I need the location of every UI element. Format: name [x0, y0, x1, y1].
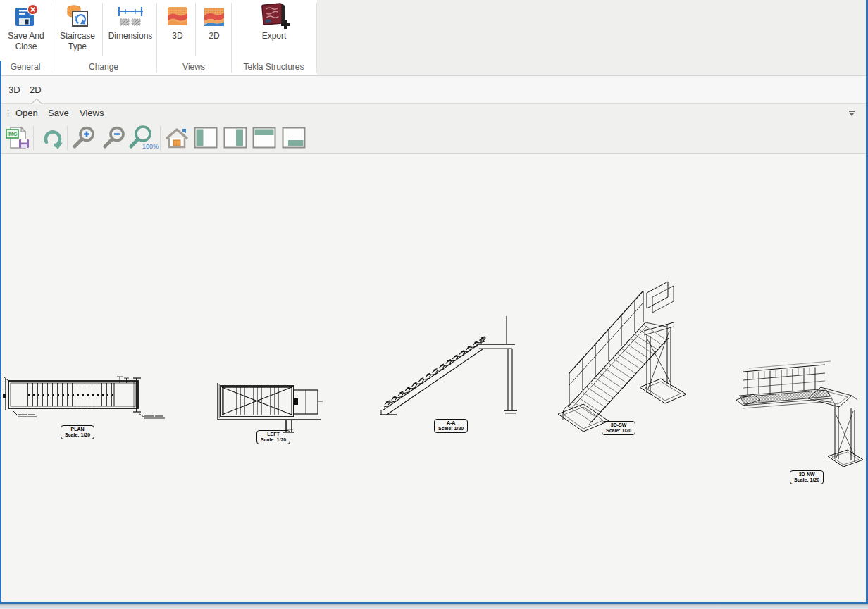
- save-image-button[interactable]: IMG: [4, 124, 32, 152]
- zoom-out-icon: [101, 125, 128, 151]
- drawing-plan-view: [3, 375, 166, 425]
- drawing-label-3d-sw: 3D-SWScale: 1/20: [602, 421, 636, 435]
- drawing-label-left: LEFTScale: 1/20: [256, 430, 290, 444]
- view-2d-label: 2D: [199, 31, 229, 42]
- pane-right-icon: [223, 127, 247, 149]
- home-view-button[interactable]: [163, 124, 191, 152]
- save-and-close-button[interactable]: Save And Close: [3, 1, 49, 52]
- view-3d-label: 3D: [162, 31, 193, 42]
- export-icon: [237, 1, 311, 31]
- pane-left-button[interactable]: [192, 124, 219, 152]
- ribbon-group-general: General: [0, 61, 51, 73]
- pane-bottom-button[interactable]: [280, 124, 307, 152]
- pane-top-button[interactable]: [251, 124, 278, 152]
- dimensions-label: Dimensions: [106, 31, 155, 42]
- pane-top-icon: [252, 127, 276, 149]
- zoom-100-button[interactable]: 100%: [128, 124, 160, 152]
- refresh-icon: [39, 125, 65, 151]
- pane-left-icon: [194, 127, 218, 149]
- save-image-icon: IMG: [5, 125, 32, 151]
- ribbon-group-tekla-structures: Tekla Structures: [231, 61, 316, 73]
- window-shadow: [0, 604, 868, 609]
- zoom-in-icon: [70, 125, 97, 151]
- zoom-100-icon: 100%: [128, 125, 159, 151]
- ribbon-group-views: Views: [156, 61, 231, 73]
- drawing-3d-sw-view: [557, 269, 694, 437]
- save-and-close-icon: [3, 1, 49, 31]
- ribbon-group-change: Change: [51, 61, 156, 73]
- ribbon-separator: [316, 3, 317, 73]
- view-tabs: 3D 2D: [0, 76, 868, 104]
- toolbar-separator: [33, 126, 34, 150]
- drawing-label-aa: A-AScale: 1/20: [434, 419, 468, 433]
- drawing-section-aa: [377, 315, 521, 423]
- window-border-left: [0, 61, 1, 602]
- save-and-close-label: Save And Close: [3, 31, 49, 52]
- pane-bottom-icon: [282, 127, 306, 149]
- zoom-in-button[interactable]: [70, 124, 98, 152]
- toolbar-separator: [160, 126, 161, 150]
- export-label: Export: [237, 31, 311, 42]
- drawing-label-3d-nw: 3D-NWScale: 1/20: [790, 470, 824, 484]
- view-2d-button[interactable]: 2D: [199, 1, 229, 42]
- view-2d-icon: [199, 1, 229, 31]
- staircase-type-button[interactable]: Staircase Type: [55, 1, 100, 52]
- menu-save[interactable]: Save: [48, 104, 69, 123]
- img-badge-text: IMG: [7, 131, 17, 137]
- drawing-label-plan: PLANScale: 1/20: [61, 425, 94, 439]
- menu-views[interactable]: Views: [80, 104, 104, 123]
- staircase-component-window: Save And Close Staircase Type: [0, 0, 868, 609]
- view-3d-icon: [162, 1, 193, 31]
- ribbon-separator: [102, 3, 103, 56]
- ribbon-separator: [195, 3, 196, 56]
- toolbar-overflow-button[interactable]: [848, 110, 856, 117]
- viewer-toolbar: ⋮ Open Save Views IMG: [0, 104, 868, 154]
- staircase-type-icon: [55, 1, 100, 31]
- menu-open[interactable]: Open: [16, 104, 38, 123]
- export-button[interactable]: Export: [237, 1, 311, 42]
- ribbon: Save And Close Staircase Type: [0, 0, 868, 76]
- dimensions-icon: [106, 1, 155, 31]
- dimensions-button[interactable]: Dimensions: [106, 1, 155, 42]
- zoom-level-text: 100%: [142, 143, 159, 150]
- refresh-button[interactable]: [38, 124, 66, 152]
- staircase-type-label: Staircase Type: [55, 31, 100, 52]
- drawing-canvas[interactable]: PLANScale: 1/20: [0, 154, 868, 602]
- active-tab-caret: [28, 97, 45, 104]
- view-3d-button[interactable]: 3D: [162, 1, 193, 42]
- pane-right-button[interactable]: [222, 124, 249, 152]
- toolbar-separator: [67, 126, 68, 150]
- zoom-out-button[interactable]: [100, 124, 128, 152]
- tab-3d[interactable]: 3D: [6, 76, 23, 103]
- toolbar-grip[interactable]: ⋮: [4, 106, 13, 120]
- home-icon: [163, 126, 190, 150]
- drawing-3d-nw-view: [736, 359, 864, 476]
